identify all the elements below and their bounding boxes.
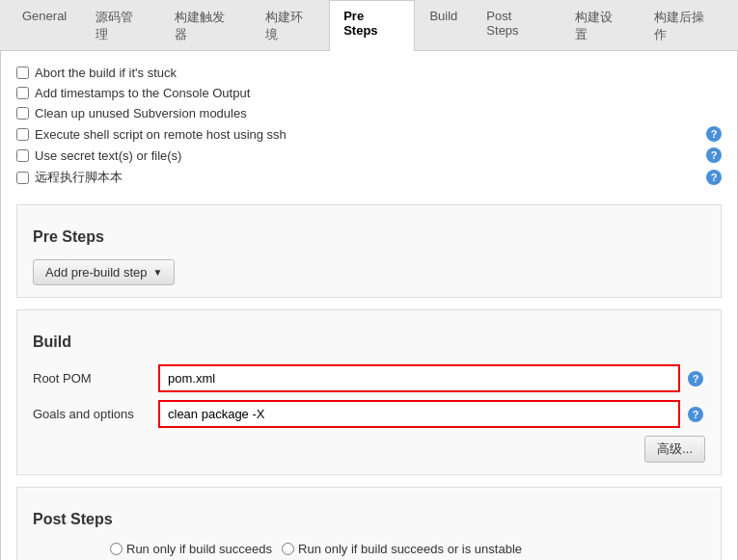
checkbox-item-2: Clean up unused Subversion modules	[16, 103, 722, 123]
post-steps-radio-group: Run only if build succeedsRun only if bu…	[110, 542, 705, 560]
advanced-button[interactable]: 高级...	[644, 436, 705, 463]
tab-bar: General源码管理构建触发器构建环境Pre StepsBuildPost S…	[0, 0, 738, 51]
post-steps-radio-1[interactable]	[282, 543, 294, 555]
checkbox-help-icon-4[interactable]: ?	[706, 147, 722, 163]
root-pom-help-icon[interactable]: ?	[688, 371, 703, 387]
tab-构建环境[interactable]: 构建环境	[251, 0, 329, 51]
post-steps-section: Post Steps Run only if build succeedsRun…	[16, 487, 722, 560]
checkbox-help-icon-5[interactable]: ?	[706, 170, 722, 185]
checkbox-list: Abort the build if it's stuckAdd timesta…	[16, 63, 722, 189]
pre-steps-heading: Pre Steps	[33, 228, 705, 250]
checkbox-2[interactable]	[16, 107, 29, 120]
tab-post-steps[interactable]: Post Steps	[472, 0, 560, 51]
pre-steps-section: Pre Steps Add pre-build step ▼	[16, 204, 722, 298]
checkbox-4[interactable]	[16, 149, 29, 162]
checkbox-item-0: Abort the build if it's stuck	[16, 63, 722, 83]
tab-源码管理[interactable]: 源码管理	[81, 0, 159, 51]
goals-help: ?	[686, 407, 705, 422]
checkbox-item-5: 远程执行脚本本?	[16, 166, 722, 189]
add-pre-build-step-label: Add pre-build step	[45, 265, 148, 280]
advanced-btn-row: 高级...	[33, 436, 705, 463]
checkbox-item-4: Use secret text(s) or file(s)?	[16, 145, 722, 166]
tab-构建后操作[interactable]: 构建后操作	[640, 0, 730, 51]
root-pom-input[interactable]	[158, 364, 680, 392]
checkbox-label-1: Add timestamps to the Console Output	[35, 86, 250, 100]
post-steps-radio-text-0: Run only if build succeeds	[126, 542, 272, 556]
build-section: Build Root POM ? Goals and options ? 高级.…	[16, 309, 722, 475]
add-pre-build-step-arrow: ▼	[153, 267, 163, 278]
checkbox-help-icon-3[interactable]: ?	[706, 126, 722, 142]
checkbox-label-5: 远程执行脚本本	[35, 169, 123, 186]
goals-label: Goals and options	[33, 407, 158, 421]
tab-构建触发器[interactable]: 构建触发器	[160, 0, 251, 51]
checkbox-label-3: Execute shell script on remote host usin…	[35, 127, 287, 142]
tab-pre-steps[interactable]: Pre Steps	[329, 0, 415, 51]
root-pom-help: ?	[686, 371, 705, 387]
checkbox-item-1: Add timestamps to the Console Output	[16, 83, 722, 103]
tab-build[interactable]: Build	[415, 0, 472, 51]
add-pre-build-step-button[interactable]: Add pre-build step ▼	[33, 259, 175, 285]
root-pom-label: Root POM	[33, 371, 158, 386]
checkbox-5[interactable]	[16, 172, 29, 184]
checkbox-label-2: Clean up unused Subversion modules	[35, 106, 247, 120]
main-content: Abort the build if it's stuckAdd timesta…	[0, 51, 738, 560]
build-heading: Build	[33, 333, 705, 355]
goals-input-wrap	[158, 400, 680, 428]
checkbox-label-0: Abort the build if it's stuck	[35, 66, 177, 80]
root-pom-input-wrap	[158, 364, 680, 392]
checkbox-1[interactable]	[16, 87, 29, 99]
checkbox-item-3: Execute shell script on remote host usin…	[16, 123, 722, 145]
root-pom-row: Root POM ?	[33, 364, 705, 392]
goals-help-icon[interactable]: ?	[688, 407, 703, 422]
post-steps-heading: Post Steps	[33, 511, 705, 532]
post-steps-radio-0[interactable]	[110, 543, 123, 555]
tab-构建设置[interactable]: 构建设置	[560, 0, 639, 51]
checkbox-0[interactable]	[16, 67, 29, 79]
post-steps-radio-text-1: Run only if build succeeds or is unstabl…	[298, 542, 522, 556]
goals-input[interactable]	[158, 400, 680, 428]
checkbox-label-4: Use secret text(s) or file(s)	[35, 148, 181, 163]
goals-row: Goals and options ?	[33, 400, 705, 428]
tab-general[interactable]: General	[8, 0, 81, 51]
post-steps-radio-label-0[interactable]: Run only if build succeeds	[110, 542, 272, 556]
post-steps-radio-label-1[interactable]: Run only if build succeeds or is unstabl…	[282, 542, 522, 556]
checkbox-3[interactable]	[16, 128, 29, 141]
